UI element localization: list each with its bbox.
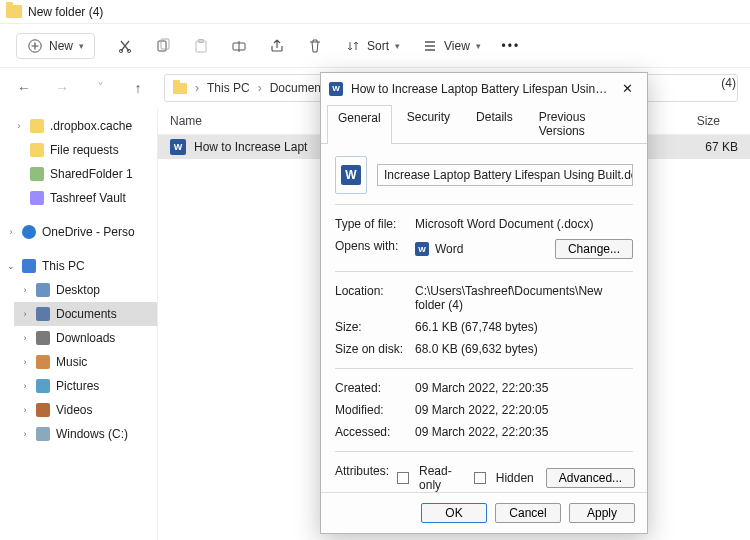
tab-details[interactable]: Details	[465, 104, 524, 143]
view-button[interactable]: View ▾	[422, 38, 481, 54]
downloads-icon	[36, 331, 50, 345]
tab-previous-versions[interactable]: Previous Versions	[528, 104, 641, 143]
sidebar-item-dropbox-cache[interactable]: ›.dropbox.cache	[8, 114, 157, 138]
plus-icon	[27, 38, 43, 54]
up-dir-button[interactable]: ↑	[126, 76, 150, 100]
new-label: New	[49, 39, 73, 53]
hidden-label: Hidden	[496, 471, 534, 485]
back-button[interactable]: ←	[12, 76, 36, 100]
label-modified: Modified:	[335, 403, 407, 417]
sort-button[interactable]: Sort ▾	[345, 38, 400, 54]
folder-icon	[173, 83, 187, 94]
tab-security[interactable]: Security	[396, 104, 461, 143]
dialog-footer: OK Cancel Apply	[321, 492, 647, 533]
file-type-large-icon: W	[335, 156, 367, 194]
filename-input[interactable]: Increase Laptop Battery Lifespan Using B…	[377, 164, 633, 186]
more-icon[interactable]: •••	[503, 38, 519, 54]
sidebar-item-music[interactable]: ›Music	[14, 350, 157, 374]
sidebar-item-onedrive[interactable]: ›OneDrive - Perso	[0, 220, 157, 244]
sidebar-item-file-requests[interactable]: File requests	[8, 138, 157, 162]
sidebar-item-desktop[interactable]: ›Desktop	[14, 278, 157, 302]
label-accessed: Accessed:	[335, 425, 407, 439]
docx-icon: W	[170, 139, 186, 155]
sidebar-item-thispc[interactable]: ⌄This PC	[0, 254, 157, 278]
sort-icon	[345, 38, 361, 54]
value-created: 09 March 2022, 22:20:35	[415, 381, 633, 395]
new-button[interactable]: New ▾	[16, 33, 95, 59]
advanced-button[interactable]: Advanced...	[546, 468, 635, 488]
cut-icon[interactable]	[117, 38, 133, 54]
label-created: Created:	[335, 381, 407, 395]
label-attributes: Attributes:	[335, 464, 389, 492]
sidebar-item-pictures[interactable]: ›Pictures	[14, 374, 157, 398]
sidebar-item-label: Windows (C:)	[56, 427, 128, 441]
delete-icon[interactable]	[307, 38, 323, 54]
col-size-header[interactable]: Size	[668, 114, 738, 128]
window-title: New folder (4)	[28, 5, 103, 19]
toolbar: New ▾ Sort ▾ View ▾ •••	[0, 24, 750, 68]
view-label: View	[444, 39, 470, 53]
documents-icon	[36, 307, 50, 321]
breadcrumb-trailing: (4)	[721, 76, 736, 90]
dialog-close-button[interactable]: ✕	[616, 79, 639, 98]
value-size: 66.1 KB (67,748 bytes)	[415, 320, 633, 334]
sidebar-item-windows-c[interactable]: ›Windows (C:)	[14, 422, 157, 446]
window-titlebar: New folder (4)	[0, 0, 750, 24]
label-type-of-file: Type of file:	[335, 217, 407, 231]
properties-dialog: W How to Increase Laptop Battery Lifespa…	[320, 72, 648, 534]
readonly-checkbox[interactable]	[397, 472, 409, 484]
label-size-on-disk: Size on disk:	[335, 342, 407, 356]
pictures-icon	[36, 379, 50, 393]
shared-folder-icon	[30, 167, 44, 181]
crumb-separator: ›	[195, 81, 199, 95]
paste-icon[interactable]	[193, 38, 209, 54]
chevron-down-icon: ▾	[79, 41, 84, 51]
value-opens-with: Word	[435, 242, 463, 256]
share-icon[interactable]	[269, 38, 285, 54]
sidebar-item-label: OneDrive - Perso	[42, 225, 135, 239]
cloud-icon	[22, 225, 36, 239]
vault-icon	[30, 191, 44, 205]
copy-icon[interactable]	[155, 38, 171, 54]
dialog-title: How to Increase Laptop Battery Lifespan …	[351, 82, 608, 96]
docx-icon: W	[329, 82, 343, 96]
tab-general[interactable]: General	[327, 105, 392, 144]
desktop-icon	[36, 283, 50, 297]
file-size: 67 KB	[678, 140, 738, 154]
ok-button[interactable]: OK	[421, 503, 487, 523]
sidebar-item-tashreef-vault[interactable]: Tashreef Vault	[8, 186, 157, 210]
sidebar-item-label: SharedFolder 1	[50, 167, 133, 181]
view-icon	[422, 38, 438, 54]
apply-button[interactable]: Apply	[569, 503, 635, 523]
crumb-separator: ›	[258, 81, 262, 95]
sidebar-item-label: Desktop	[56, 283, 100, 297]
readonly-label: Read-only	[419, 464, 455, 492]
sidebar-item-label: File requests	[50, 143, 119, 157]
value-accessed: 09 March 2022, 22:20:35	[415, 425, 633, 439]
sidebar: ›.dropbox.cache File requests SharedFold…	[0, 108, 158, 540]
sidebar-item-videos[interactable]: ›Videos	[14, 398, 157, 422]
label-location: Location:	[335, 284, 407, 312]
change-button[interactable]: Change...	[555, 239, 633, 259]
sidebar-item-label: Documents	[56, 307, 117, 321]
dialog-titlebar: W How to Increase Laptop Battery Lifespa…	[321, 73, 647, 104]
sidebar-item-documents[interactable]: ›Documents	[14, 302, 157, 326]
sidebar-item-label: Videos	[56, 403, 92, 417]
sidebar-item-shared-folder[interactable]: SharedFolder 1	[8, 162, 157, 186]
crumb-thispc[interactable]: This PC	[207, 81, 250, 95]
value-size-on-disk: 68.0 KB (69,632 bytes)	[415, 342, 633, 356]
hidden-checkbox[interactable]	[474, 472, 486, 484]
videos-icon	[36, 403, 50, 417]
sidebar-item-downloads[interactable]: ›Downloads	[14, 326, 157, 350]
up-button[interactable]: ˅	[88, 76, 112, 100]
music-icon	[36, 355, 50, 369]
folder-icon	[6, 5, 22, 18]
value-type-of-file: Microsoft Word Document (.docx)	[415, 217, 633, 231]
value-modified: 09 March 2022, 22:20:05	[415, 403, 633, 417]
forward-button[interactable]: →	[50, 76, 74, 100]
label-size: Size:	[335, 320, 407, 334]
cancel-button[interactable]: Cancel	[495, 503, 561, 523]
rename-icon[interactable]	[231, 38, 247, 54]
drive-icon	[36, 427, 50, 441]
folder-icon	[30, 143, 44, 157]
